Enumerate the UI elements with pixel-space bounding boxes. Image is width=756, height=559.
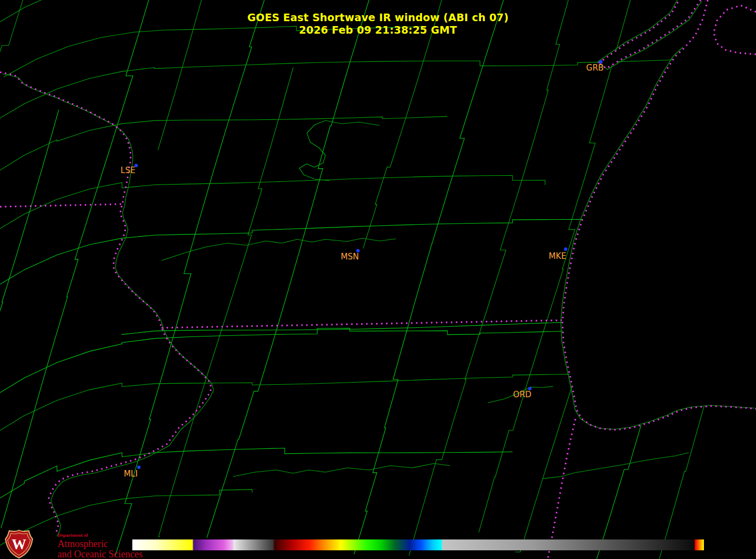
product-title: GOES East Shortwave IR window (ABI ch 07… bbox=[0, 11, 756, 36]
temperature-colorbar bbox=[132, 539, 704, 550]
station-dot-ord bbox=[528, 387, 531, 390]
station-dot-lse bbox=[134, 164, 138, 167]
uw-aos-logo: W Department of Atmospheric and Oceanic … bbox=[4, 530, 143, 559]
station-label-lse: LSE bbox=[120, 166, 135, 175]
station-label-msn: MSN bbox=[341, 252, 359, 262]
station-label-grb: GRB bbox=[586, 63, 604, 73]
logo-dept-line: Department of bbox=[57, 533, 143, 538]
station-dot-grb bbox=[599, 60, 603, 63]
logo-line-oceanic: and Oceanic Sciences bbox=[57, 549, 143, 559]
map-canvas bbox=[0, 0, 756, 559]
station-dot-msn bbox=[356, 249, 360, 252]
station-dot-mli bbox=[137, 466, 140, 469]
station-label-mke: MKE bbox=[549, 251, 566, 261]
station-label-mli: MLI bbox=[124, 469, 138, 479]
uw-aos-logo-text: Department of Atmospheric and Oceanic Sc… bbox=[57, 533, 143, 559]
product-title-line2: 2026 Feb 09 21:38:25 GMT bbox=[0, 24, 756, 36]
logo-line-atmospheric: Atmospheric bbox=[57, 539, 143, 549]
station-dot-mke bbox=[564, 247, 567, 251]
uw-crest-icon: W bbox=[4, 530, 34, 558]
station-label-ord: ORD bbox=[513, 390, 531, 399]
product-title-line1: GOES East Shortwave IR window (ABI ch 07… bbox=[0, 11, 756, 24]
svg-text:W: W bbox=[12, 536, 27, 552]
satellite-image-viewport: GOES East Shortwave IR window (ABI ch 07… bbox=[0, 0, 756, 559]
